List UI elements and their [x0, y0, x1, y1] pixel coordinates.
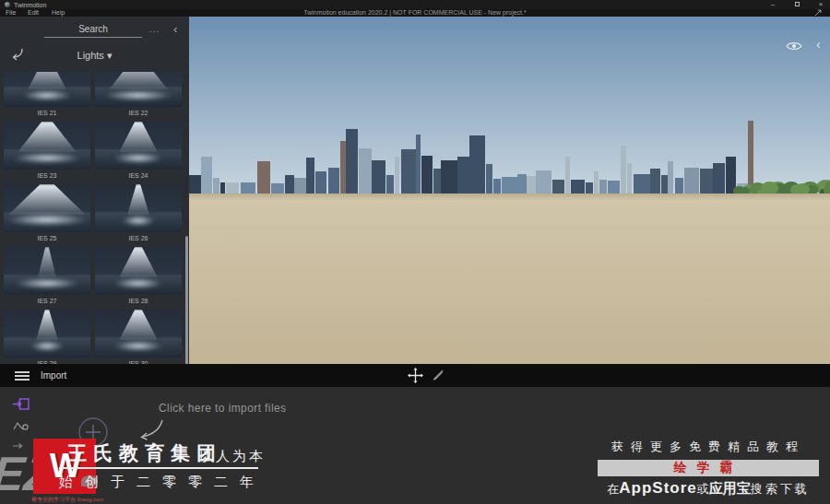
- library-item[interactable]: IES 29: [4, 310, 90, 364]
- promo-suffix: 搜索下载: [751, 481, 810, 498]
- library-grid: IES 21 IES 22 IES 23 IES 24 IES 25 IES 2…: [4, 72, 183, 364]
- curved-arrow-icon: [135, 418, 166, 442]
- import-bar: Import: [0, 364, 830, 387]
- window-titlebar: Twinmotion – ×: [0, 0, 830, 9]
- ies-light-thumbnail[interactable]: [95, 247, 182, 295]
- library-item[interactable]: IES 28: [95, 247, 182, 308]
- maximize-button[interactable]: [788, 0, 806, 9]
- library-item-label: IES 22: [95, 107, 182, 120]
- maximize-icon: [795, 2, 800, 6]
- category-label: Lights: [77, 50, 104, 61]
- library-item-label: IES 27: [4, 295, 90, 308]
- document-title: Twinmotion education 2020.2 | NOT FOR CO…: [0, 9, 830, 17]
- import-menu-label[interactable]: Import: [41, 370, 66, 381]
- library-item-label: IES 26: [95, 232, 182, 245]
- app-title: Twinmotion: [14, 2, 46, 8]
- visibility-eye-icon[interactable]: [786, 41, 802, 52]
- library-item-label: IES 24: [95, 170, 182, 182]
- import-hint-text[interactable]: Click here to import files: [159, 402, 286, 415]
- pen-tool-icon[interactable]: [432, 369, 445, 381]
- library-item[interactable]: IES 23: [4, 122, 90, 182]
- twinmotion-logo-icon: [5, 2, 10, 7]
- watermark-founded-text: 始创于二零零二年: [59, 474, 266, 491]
- ies-light-thumbnail[interactable]: [4, 72, 90, 107]
- promo-title-text: 获得更多免费精品教程: [598, 439, 819, 455]
- library-item-label: IES 28: [95, 295, 182, 308]
- watermark-divider: [59, 467, 258, 469]
- promo-store1: AppStore: [619, 479, 697, 498]
- ies-light-thumbnail[interactable]: [4, 247, 90, 295]
- fullscreen-expand-icon[interactable]: [813, 9, 823, 17]
- import-landscape-icon[interactable]: [13, 419, 30, 430]
- ground: [189, 193, 830, 364]
- ies-light-thumbnail[interactable]: [95, 184, 182, 232]
- ies-light-thumbnail[interactable]: [4, 310, 90, 357]
- library-item-label: IES 30: [95, 357, 182, 364]
- library-grid-clip: IES 21 IES 22 IES 23 IES 24 IES 25 IES 2…: [4, 72, 183, 364]
- logo-caption: 最专业的学习平台 linecg.com: [31, 496, 103, 504]
- move-tool-icon[interactable]: [408, 368, 423, 383]
- promo-app-banner: 绘学霸: [598, 460, 819, 476]
- library-item[interactable]: IES 30: [95, 310, 182, 364]
- hamburger-menu-icon[interactable]: [15, 371, 30, 381]
- library-item[interactable]: IES 24: [95, 122, 182, 182]
- import-geometry-icon[interactable]: [13, 398, 30, 410]
- minimize-button[interactable]: –: [764, 0, 782, 9]
- library-panel: Search ... ‹ Lights ▾ IES 21 IES 22 IES …: [0, 17, 189, 364]
- import-dock: Click here to import files EZ W 最专业的学习平台…: [0, 387, 830, 504]
- chevron-down-icon: ▾: [107, 50, 113, 61]
- search-input[interactable]: Search: [44, 24, 142, 38]
- promo-block: 获得更多免费精品教程 绘学霸 在 AppStore 或 应用宝 搜索下载: [598, 439, 819, 498]
- library-item[interactable]: IES 26: [95, 184, 182, 245]
- promo-or: 或: [697, 481, 709, 498]
- ies-light-thumbnail[interactable]: [95, 310, 182, 357]
- collapse-panel-icon[interactable]: ‹: [173, 22, 177, 36]
- viewport-canvas[interactable]: ‹: [189, 17, 830, 364]
- library-item[interactable]: IES 21: [4, 72, 90, 120]
- library-item-label: IES 25: [4, 232, 90, 245]
- ies-light-thumbnail[interactable]: [4, 184, 90, 232]
- ies-light-thumbnail[interactable]: [95, 122, 182, 170]
- collapse-right-icon[interactable]: ‹: [816, 37, 821, 52]
- menu-bar: File Edit Help Twinmotion education 2020…: [0, 9, 830, 17]
- category-dropdown[interactable]: Lights ▾: [0, 50, 189, 62]
- ies-light-thumbnail[interactable]: [95, 72, 182, 107]
- library-item-label: IES 29: [4, 357, 90, 364]
- promo-store2: 应用宝: [709, 480, 751, 498]
- promo-app-name: 绘学霸: [674, 460, 743, 476]
- library-item-label: IES 21: [4, 107, 90, 120]
- city-skyline: [189, 17, 830, 193]
- watermark-slogan-text: 以人为本: [199, 448, 266, 465]
- close-button[interactable]: ×: [812, 0, 830, 9]
- promo-download-text: 在 AppStore 或 应用宝 搜索下载: [598, 479, 819, 498]
- more-options-icon[interactable]: ...: [149, 24, 160, 34]
- promo-prefix: 在: [607, 481, 619, 498]
- ies-light-thumbnail[interactable]: [4, 122, 90, 170]
- library-item-label: IES 23: [4, 170, 90, 182]
- library-scrollbar[interactable]: [185, 236, 188, 364]
- library-item[interactable]: IES 22: [95, 72, 182, 120]
- library-item[interactable]: IES 27: [4, 247, 90, 308]
- library-item[interactable]: IES 25: [4, 184, 90, 245]
